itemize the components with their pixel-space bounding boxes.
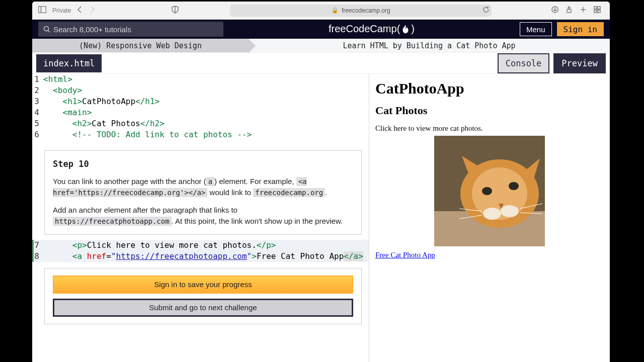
console-tab[interactable]: Console	[498, 53, 550, 73]
private-badge: Private	[52, 7, 71, 14]
breadcrumb-course[interactable]: (New) Responsive Web Design	[32, 39, 249, 52]
code-editor[interactable]: 1<html> 2 <body> 3 <h1>CatPhotoApp</h1> …	[32, 74, 369, 362]
step-paragraph-2: Add an anchor element after the paragrap…	[53, 205, 353, 227]
new-tab-icon[interactable]	[580, 6, 587, 15]
svg-rect-10	[598, 7, 600, 9]
tab-overview-icon[interactable]	[594, 6, 601, 15]
refresh-icon[interactable]	[482, 6, 490, 15]
back-button[interactable]	[77, 6, 83, 15]
browser-toolbar: Private 🔒 freecodecamp.org	[32, 2, 610, 20]
privacy-shield-icon[interactable]	[172, 6, 179, 16]
forward-button	[89, 6, 95, 15]
breadcrumb-challenge[interactable]: Learn HTML by Building a Cat Photo App	[249, 39, 610, 52]
preview-paragraph: Click here to view more cat photos.	[375, 124, 604, 133]
preview-link[interactable]: Free Cat Photo App	[375, 251, 435, 259]
step-title: Step 10	[53, 158, 353, 171]
lock-icon: 🔒	[332, 7, 339, 14]
svg-rect-11	[594, 10, 597, 13]
action-panel: Sign in to save your progress Submit and…	[44, 268, 362, 324]
editor-tabbar: index.html Console Preview	[32, 53, 610, 74]
app-logo[interactable]: freeCodeCamp()	[228, 23, 515, 35]
app-header: Search 8,000+ tutorials freeCodeCamp() M…	[32, 20, 610, 39]
url-domain: freecodecamp.org	[342, 7, 390, 14]
search-icon	[43, 26, 50, 33]
signin-button[interactable]: Sign in	[557, 22, 604, 36]
preview-pane: CatPhotoApp Cat Photos Click here to vie…	[369, 74, 610, 362]
cat-image-icon	[434, 136, 545, 246]
preview-image	[375, 136, 604, 248]
downloads-icon[interactable]	[551, 6, 558, 15]
svg-line-14	[48, 31, 50, 33]
flame-icon	[400, 24, 411, 35]
submit-button[interactable]: Submit and go to next challenge	[53, 299, 353, 317]
preview-h2: Cat Photos	[375, 104, 604, 117]
svg-point-20	[509, 182, 519, 190]
svg-point-19	[482, 187, 492, 195]
search-placeholder: Search 8,000+ tutorials	[53, 25, 131, 34]
svg-point-22	[501, 205, 519, 217]
preview-tab[interactable]: Preview	[553, 53, 606, 73]
svg-rect-9	[594, 7, 597, 9]
signin-progress-button[interactable]: Sign in to save your progress	[53, 276, 353, 294]
url-bar[interactable]: 🔒 freecodecamp.org	[230, 5, 492, 17]
search-input[interactable]: Search 8,000+ tutorials	[38, 22, 223, 37]
breadcrumb: (New) Responsive Web Design Learn HTML b…	[32, 39, 610, 53]
svg-rect-0	[39, 6, 46, 13]
sidebar-toggle-icon[interactable]	[38, 6, 46, 15]
instructions-panel: Step 10 You can link to another page wit…	[44, 150, 362, 235]
menu-button[interactable]: Menu	[520, 22, 552, 36]
file-tab[interactable]: index.html	[36, 54, 102, 72]
step-paragraph-1: You can link to another page with the an…	[53, 176, 353, 199]
preview-h1: CatPhotoApp	[375, 80, 604, 97]
svg-rect-12	[598, 10, 600, 13]
svg-point-21	[483, 208, 501, 220]
svg-point-13	[44, 27, 49, 31]
share-icon[interactable]	[566, 6, 573, 15]
